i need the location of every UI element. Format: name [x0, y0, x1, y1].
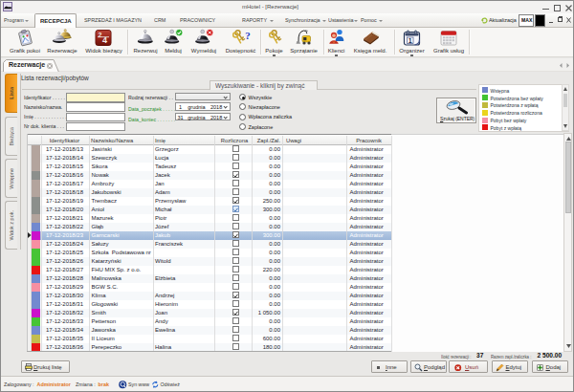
svg-text:?: ?	[245, 30, 251, 41]
svg-text:1: 1	[408, 37, 411, 44]
svg-text:4: 4	[101, 35, 106, 45]
